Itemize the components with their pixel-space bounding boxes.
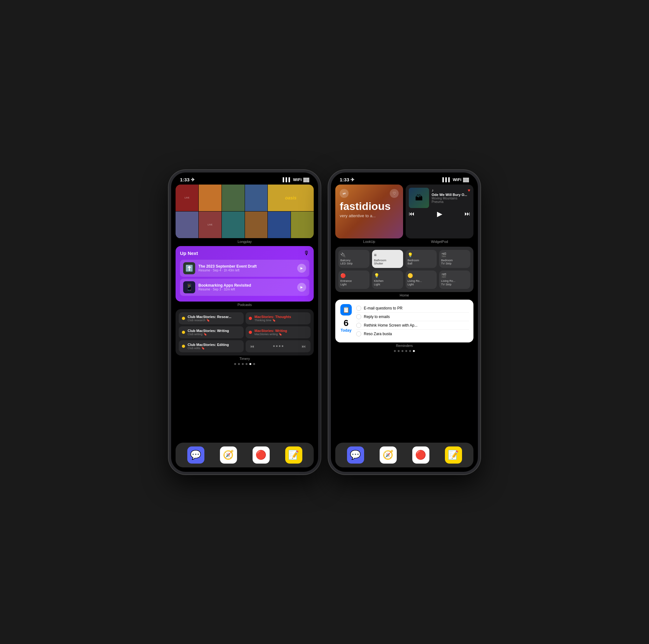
widgetpod-prev-icon[interactable]: ⏮: [409, 210, 415, 217]
widgetpod-controls[interactable]: ⏮ ▶ ⏭: [409, 210, 470, 218]
timery-controls[interactable]: ⏮ ⏭: [246, 340, 310, 352]
reminder-item-2[interactable]: Reply to emails: [356, 313, 469, 321]
reminders-count: 6: [344, 318, 349, 328]
widgetpod-widget[interactable]: 🏔 ♪ ♥ Ode We Will Bury O... Moving Mount…: [406, 185, 473, 238]
reminder-checkbox-4[interactable]: [356, 331, 361, 336]
timery-next-icon[interactable]: ⏭: [302, 344, 306, 349]
home-entrance-light[interactable]: 🔴 EntranceLight: [339, 271, 370, 289]
reminder-checkbox-3[interactable]: [356, 323, 361, 328]
podcast-name-2: Bookmarking Apps Revisited: [199, 283, 294, 288]
album-cell-3: [222, 185, 245, 211]
dock-reminders-right[interactable]: 🔴: [412, 446, 429, 464]
podcasts-widget[interactable]: Up Next 🎙 ⬆️ The 2023 September Event Dr…: [176, 246, 314, 301]
timery-item-5[interactable]: Club MacStories: Editing Club edits 🔖: [179, 340, 244, 352]
home-widget[interactable]: 🔌 BalconyLED Strip ≡ BathroomShutter 💡 B…: [335, 247, 473, 292]
status-bar-right: 1:33 ✈ ▌▌▌ WiFi ▓▓: [331, 172, 478, 185]
dock-safari[interactable]: 🧭: [220, 446, 237, 464]
timery-text-5: Club MacStories: Editing Club edits 🔖: [187, 343, 229, 350]
widgetpod-play-icon[interactable]: ▶: [437, 210, 442, 218]
reminder-checkbox-1[interactable]: [356, 306, 361, 311]
reminders-app-icon: 📋: [340, 304, 352, 316]
timery-item-3[interactable]: Club MacStories: Writing Club writing 🔖: [179, 326, 244, 338]
timery-prev-icon[interactable]: ⏮: [250, 344, 255, 349]
podcast-info-2: Bookmarking Apps Revisited Resume · Sep …: [199, 283, 294, 291]
album-cell-11: [291, 211, 314, 238]
reminder-item-3[interactable]: Rethink Home Screen with Ap...: [356, 321, 469, 330]
dock-safari-right[interactable]: 🧭: [380, 446, 397, 464]
home-living-tv[interactable]: 🎬 Living Ro...TV Strip: [439, 271, 470, 289]
dock-discord[interactable]: 💬: [187, 446, 204, 464]
timery-widget[interactable]: Club MacStories: Resear... Club research…: [176, 309, 314, 356]
lookup-word: fastidious: [340, 200, 399, 212]
album-cell-6: [176, 211, 199, 238]
home-balcony-led[interactable]: 🔌 BalconyLED Strip: [339, 250, 370, 268]
home-bedroom-ball[interactable]: 💡 BedroomBall: [406, 250, 437, 268]
home-bathroom-icon: ≡: [374, 252, 377, 257]
timery-dot-4: [249, 331, 252, 334]
left-phone-content: LIVE oasis LIVE Longplay Up Next 🎙: [171, 185, 318, 468]
reminders-label: Reminders: [335, 344, 473, 348]
dock-reminders[interactable]: 🔴: [253, 446, 270, 464]
reminders-widget[interactable]: 📋 6 Today E-mail questions to PR Reply t…: [335, 299, 473, 343]
widgetpod-album-art: 🏔: [409, 188, 429, 208]
reminder-item-4[interactable]: Reso Zara busta: [356, 330, 469, 338]
podcast-info-1: The 2023 September Event Draft Resume · …: [199, 264, 294, 272]
battery-icon-right: ▓▓: [463, 177, 469, 182]
reminder-text-1: E-mail questions to PR: [364, 306, 402, 311]
widgetpod-track-name: Ode We Will Bury O...: [432, 193, 470, 197]
widgetpod-artist-name: Moving Mountains: [432, 197, 470, 200]
lookup-heart-icon[interactable]: ♡: [390, 189, 399, 198]
dock-notes-right[interactable]: 📝: [445, 446, 462, 464]
dock-left[interactable]: 💬 🧭 🔴 📝: [176, 443, 314, 468]
lookup-widget[interactable]: ⇌ ♡ fastidious very attentive to a...: [335, 185, 403, 238]
reminder-text-2: Reply to emails: [364, 315, 390, 319]
reminders-date: Today: [341, 328, 351, 333]
home-kitchen-icon: 💡: [374, 273, 379, 278]
timery-text-3: Club MacStories: Writing Club writing 🔖: [187, 329, 229, 336]
timery-dot-2: [249, 317, 252, 320]
right-phone-content: ⇌ ♡ fastidious very attentive to a... Lo…: [331, 185, 478, 468]
dock-right[interactable]: 💬 🧭 🔴 📝: [335, 443, 473, 468]
home-living-light[interactable]: 🟡 Living Ro...Light: [406, 271, 437, 289]
home-bedroom-tv[interactable]: 🎬 BedroomTV Strip: [439, 250, 470, 268]
album-cell-oasis: oasis: [268, 185, 314, 211]
widgetpod-info: ♪ ♥ Ode We Will Bury O... Moving Mountai…: [432, 188, 470, 204]
podcast-thumb-2: 📱: [183, 281, 195, 293]
widgetpod-top: 🏔 ♪ ♥ Ode We Will Bury O... Moving Mount…: [409, 188, 470, 208]
podcasts-icon: 🎙: [304, 250, 309, 256]
podcast-item-1[interactable]: ⬆️ The 2023 September Event Draft Resume…: [180, 260, 309, 277]
lookup-shuffle-icon[interactable]: ⇌: [340, 189, 349, 198]
status-icons-left: ▌▌▌ WiFi ▓▓: [283, 177, 309, 182]
reminder-checkbox-2[interactable]: [356, 314, 361, 319]
reminder-text-4: Reso Zara busta: [364, 332, 392, 336]
widgetpod-album-name: Pneuma: [432, 200, 470, 204]
home-kitchen-light[interactable]: 💡 KitchenLight: [372, 271, 403, 289]
widgetpod-note-icon: ♪: [432, 188, 434, 193]
page-dots-right: [335, 350, 473, 352]
timery-item-4[interactable]: MacStories: Writing MacStories writing 🔖: [246, 326, 310, 338]
podcast-meta-1: Resume · Sep 4 · 1h 43m left: [199, 269, 294, 272]
wifi-icon-left: WiFi: [293, 177, 302, 182]
lookup-top-icons: ⇌ ♡: [340, 189, 399, 198]
timery-item-1[interactable]: Club MacStories: Resear... Club research…: [179, 312, 244, 324]
widgetpod-heart-icon[interactable]: ♥: [468, 188, 470, 193]
play-button-1[interactable]: ▶: [297, 264, 306, 273]
reminder-item-1[interactable]: E-mail questions to PR: [356, 304, 469, 313]
timery-item-2[interactable]: MacStories: Thoughts Thinking time 🔖: [246, 312, 310, 324]
home-bathroom-shutter[interactable]: ≡ BathroomShutter: [372, 250, 403, 268]
widgetpod-next-icon[interactable]: ⏭: [465, 210, 470, 217]
podcasts-header: Up Next 🎙: [180, 250, 309, 256]
timery-text-2: MacStories: Thoughts Thinking time 🔖: [255, 315, 291, 322]
album-cell-2: [199, 185, 221, 211]
reminders-left: 📋 6 Today: [340, 304, 352, 338]
signal-icon-right: ▌▌▌: [442, 177, 451, 182]
dock-discord-right[interactable]: 💬: [347, 446, 364, 464]
timery-text-1: Club MacStories: Resear... Club research…: [187, 315, 231, 322]
podcast-item-2[interactable]: 📱 Bookmarking Apps Revisited Resume · Se…: [180, 279, 309, 296]
top-widgets-row: ⇌ ♡ fastidious very attentive to a... Lo…: [335, 185, 473, 246]
wifi-icon-right: WiFi: [453, 177, 462, 182]
longplay-widget[interactable]: LIVE oasis LIVE: [176, 185, 314, 238]
play-button-2[interactable]: ▶: [297, 283, 306, 292]
time-right: 1:33 ✈: [340, 177, 355, 183]
dock-notes[interactable]: 📝: [285, 446, 302, 464]
